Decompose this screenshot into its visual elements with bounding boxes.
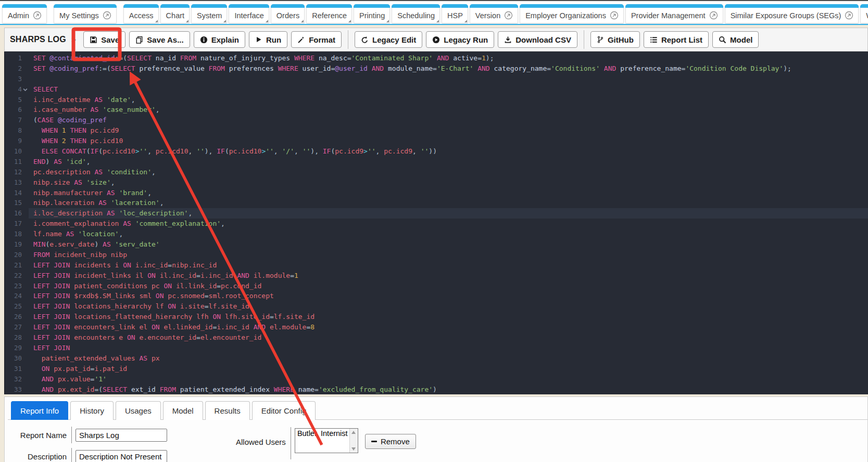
circle-arrow-icon[interactable] <box>33 11 42 20</box>
line-number: 14 <box>5 188 29 198</box>
nav-tab-my-settings[interactable]: My Settings <box>54 4 117 23</box>
save-icon <box>90 36 97 44</box>
report-name-input[interactable] <box>76 429 167 442</box>
nav-tab-system[interactable]: System <box>191 4 227 23</box>
wand-icon <box>297 36 305 44</box>
nav-tab-admin[interactable]: Admin <box>2 4 47 23</box>
report-toolbar: SHARPS LOG » SaveSave As...ExplainRunFor… <box>4 28 868 52</box>
circle-arrow-icon[interactable] <box>610 11 619 20</box>
nav-tab-employer-organizations[interactable]: Employer Organizations <box>520 4 624 23</box>
code-line: 5i.inc_datetime AS 'date', <box>5 95 868 105</box>
code-line: 6i.case_number AS 'case_number', <box>5 105 868 115</box>
code-line: 29LEFT JOIN <box>5 343 868 353</box>
allowed-users-select[interactable]: Butler, Internist <box>295 428 358 453</box>
nav-tab-chart[interactable]: Chart <box>160 4 190 23</box>
code-line: 16i.loc_description AS 'loc_description'… <box>5 208 868 219</box>
play-icon <box>255 36 262 43</box>
github-button[interactable]: GitHub <box>590 31 640 48</box>
nav-tab-orders[interactable]: Orders <box>271 4 305 23</box>
nav-tab-scheduling[interactable]: Scheduling <box>392 4 440 23</box>
scroll-down-icon[interactable] <box>351 447 356 451</box>
menu-caret-icon <box>386 20 389 22</box>
circle-arrow-icon[interactable] <box>845 11 853 20</box>
line-number: 2 <box>5 63 29 74</box>
remove-user-button[interactable]: Remove <box>365 434 416 449</box>
legacy-edit-button[interactable]: Legacy Edit <box>355 31 422 48</box>
report-list-button[interactable]: Report List <box>644 31 709 48</box>
save-as-button[interactable]: Save As... <box>129 31 190 48</box>
code-text: LEFT JOIN incidents i ON i.inc_id=nibp.i… <box>29 260 868 271</box>
code-text: i.loc_description AS 'loc_description', <box>29 208 868 219</box>
line-number: 33 <box>5 384 29 395</box>
code-line: 8 WHEN 1 THEN pc.icd9 <box>5 125 868 136</box>
code-line: 13nibp.size AS 'size', <box>5 177 868 188</box>
format-button[interactable]: Format <box>291 31 342 48</box>
nav-tab-printing[interactable]: Printing <box>354 4 390 23</box>
code-text: AND px.ext_id=(SELECT ext_id FROM patien… <box>29 384 868 395</box>
code-text: WHEN 2 THEN pc.icd10 <box>29 136 868 146</box>
line-number: 5 <box>5 95 29 105</box>
nav-tab-similar-exposure-groups-segs[interactable]: Similar Exposure Groups (SEGs) <box>725 4 859 23</box>
scroll-up-icon[interactable] <box>351 431 356 434</box>
code-text: nibp.laceration AS 'laceration', <box>29 198 868 208</box>
tab-report-info[interactable]: Report Info <box>11 401 68 420</box>
fold-chevron-icon[interactable] <box>23 87 28 92</box>
nav-tab-reference[interactable]: Reference <box>306 4 352 23</box>
circle-play-icon <box>432 36 440 44</box>
report-title: SHARPS LOG <box>10 35 66 44</box>
tab-results[interactable]: Results <box>205 401 250 420</box>
circle-arrow-icon[interactable] <box>709 11 718 20</box>
description-input[interactable] <box>76 450 167 462</box>
code-text: ELSE CONCAT(IF(pc.icd10>'', pc.icd10, ''… <box>29 146 868 157</box>
code-line: 32 AND px.value='1' <box>5 374 868 384</box>
code-line: 19MIN(e.serv_date) AS 'serv_date' <box>5 239 868 250</box>
sql-editor[interactable]: 1SET @contaminated_id:=(SELECT na_id FRO… <box>4 52 868 394</box>
tab-usages[interactable]: Usages <box>116 401 161 420</box>
circle-arrow-icon[interactable] <box>504 11 513 20</box>
nav-tab-work-locations[interactable]: Work Locations <box>860 4 868 23</box>
line-number: 10 <box>5 146 29 157</box>
tab-history[interactable]: History <box>70 401 114 420</box>
nav-tab-interface[interactable]: Interface <box>229 4 269 23</box>
nav-tab-label: Provider Management <box>631 11 706 20</box>
model-button[interactable]: Model <box>712 31 759 48</box>
code-text: LEFT JOIN <box>29 343 868 353</box>
code-text: LEFT JOIN encounters_link el ON el.linke… <box>29 322 868 332</box>
code-line: 11END) AS 'icd', <box>5 157 868 167</box>
nav-tab-version[interactable]: Version <box>470 4 518 23</box>
explain-button[interactable]: Explain <box>194 31 245 48</box>
tab-editor-config[interactable]: Editor Config <box>252 401 316 420</box>
code-line: 15nibp.laceration AS 'laceration', <box>5 198 868 208</box>
description-cell <box>71 448 167 462</box>
copy-icon <box>135 36 143 44</box>
nav-tab-provider-management[interactable]: Provider Management <box>625 4 723 23</box>
nav-tab-label: Work Locations <box>866 11 868 20</box>
save-button[interactable]: Save <box>83 31 125 48</box>
report-info-panel: Report InfoHistoryUsagesModelResultsEdit… <box>4 396 868 462</box>
code-text: lf.name AS 'location', <box>29 229 868 239</box>
code-text: i.comment_explanation AS 'comment_explan… <box>29 219 868 229</box>
tab-model[interactable]: Model <box>163 401 203 420</box>
download-csv-button[interactable]: Download CSV <box>498 31 577 48</box>
code-line: 21LEFT JOIN incidents i ON i.inc_id=nibp… <box>5 260 868 271</box>
undo-icon <box>361 36 369 44</box>
user-option[interactable]: Butler, Internist <box>297 429 348 438</box>
code-text: LEFT JOIN locations_hierarchy lf ON i.si… <box>29 301 868 312</box>
button-label: Model <box>730 35 752 44</box>
line-number: 27 <box>5 322 29 332</box>
nav-tab-label: Admin <box>8 11 29 20</box>
description-label: Description <box>19 452 71 461</box>
nav-tab-label: My Settings <box>59 11 99 20</box>
nav-tab-access[interactable]: Access <box>123 4 159 23</box>
circle-arrow-icon[interactable] <box>103 11 111 20</box>
select-scrollbar[interactable] <box>349 429 358 453</box>
nav-tab-label: Orders <box>276 11 299 20</box>
run-button[interactable]: Run <box>249 31 287 48</box>
menu-caret-icon <box>186 20 188 22</box>
nav-tab-hsp[interactable]: HSP <box>442 4 468 23</box>
code-line: 28LEFT JOIN encounters e ON e.encounter_… <box>5 332 868 343</box>
code-text: i.inc_datetime AS 'date', <box>29 95 868 105</box>
legacy-run-button[interactable]: Legacy Run <box>426 31 494 48</box>
code-line: 7(CASE @coding_pref <box>5 115 868 125</box>
code-text: nibp.size AS 'size', <box>29 177 868 188</box>
